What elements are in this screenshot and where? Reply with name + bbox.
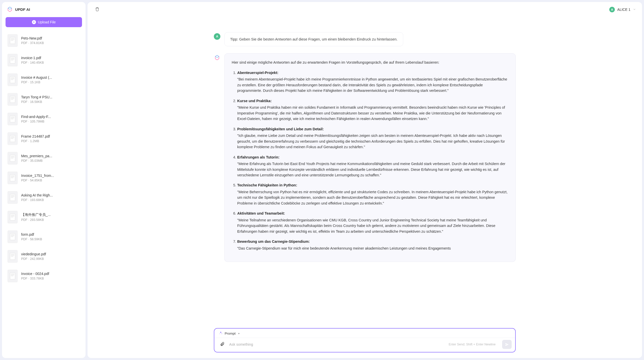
file-meta: PDF · 374.81KB (21, 41, 80, 45)
file-meta: PDF · 193.68KB (21, 198, 80, 202)
ai-avatar (214, 54, 220, 61)
ai-answer-list: Abenteuerspiel-Projekt:"Bei meinem Abent… (232, 70, 508, 251)
file-info: form.pdfPDF · 58.59KB (21, 232, 80, 241)
ai-answer-item: Technische Fähigkeiten in Python:"Meine … (237, 182, 508, 206)
user-message-row: A Tipp: Geben Sie die besten Antworten a… (214, 32, 516, 46)
user-menu[interactable]: A ALICE 1 (609, 7, 636, 12)
input-box: Prompt ▾ Enter Send; Shift + Enter Newli… (214, 328, 516, 352)
sidebar: UPDF AI + Upload File Pets-New.pdfPDF · … (2, 2, 86, 358)
file-name: form.pdf (21, 232, 80, 236)
file-item[interactable]: Asking AI the Righ...PDF · 193.68KB (6, 188, 82, 207)
user-message-bubble: Tipp: Geben Sie die besten Antworten auf… (224, 32, 403, 46)
ai-intro-text: Hier sind einige mögliche Antworten auf … (232, 60, 508, 65)
file-meta: PDF · 16.58KB (21, 100, 80, 104)
file-thumb-icon (8, 172, 18, 184)
app-title: UPDF AI (15, 7, 30, 12)
svg-rect-14 (11, 98, 14, 99)
upload-file-button[interactable]: + Upload File (6, 17, 82, 27)
file-info: Invoice - 0024.pdfPDF · 333.78KB (21, 272, 80, 280)
ai-answer-item: Problemlösungsfähigkeiten und Liebe zum … (237, 126, 508, 150)
file-item[interactable]: form.pdfPDF · 58.59KB (6, 227, 82, 247)
ai-answer-body: "Meine Kurse und Praktika haben mir ein … (237, 105, 505, 121)
file-info: viededingue.pdfPDF · 242.99KB (21, 252, 80, 261)
svg-rect-17 (11, 117, 14, 117)
file-item[interactable]: Taryn Tong # PSU...PDF · 16.58KB (6, 90, 82, 109)
svg-rect-10 (11, 78, 14, 79)
file-item[interactable]: Frame 214487.pdfPDF · 1.2MB (6, 129, 82, 148)
ai-answer-title: Kurse und Praktika: (237, 98, 508, 104)
svg-rect-35 (11, 197, 13, 198)
svg-rect-7 (11, 60, 13, 60)
file-name: Taryn Tong # PSU... (21, 95, 80, 99)
chevron-down-icon (633, 8, 636, 12)
file-thumb-icon (8, 93, 18, 106)
paperclip-icon (220, 342, 225, 346)
ai-answer-title: Technische Fähigkeiten in Python: (237, 182, 508, 188)
svg-rect-27 (11, 158, 13, 158)
file-meta: PDF · 333.78KB (21, 277, 80, 280)
file-item[interactable]: invoice-1.pdfPDF · 140.45KB (6, 50, 82, 70)
file-item[interactable]: Pets-New.pdfPDF · 374.81KB (6, 31, 82, 50)
topbar: A ALICE 1 (88, 2, 642, 17)
svg-rect-34 (11, 196, 14, 197)
svg-rect-11 (11, 79, 13, 80)
file-thumb-icon (8, 250, 18, 263)
conversation: A Tipp: Geben Sie die besten Antworten a… (214, 17, 516, 262)
send-icon (505, 342, 509, 347)
file-thumb-icon (8, 132, 18, 145)
file-name: Invoice # August (... (21, 75, 80, 79)
file-item[interactable]: Invoice # August (...PDF · 15.1KB (6, 70, 82, 90)
ai-answer-body: "Meine Erfahrung als Tutorin bei East En… (237, 162, 505, 177)
delete-button[interactable] (94, 6, 101, 14)
file-item[interactable]: Invoice - 0024.pdfPDF · 333.78KB (6, 266, 82, 286)
file-item[interactable]: 【海外推广专员_...PDF · 293.58KB (6, 207, 82, 227)
file-item[interactable]: Find-and-Apply-F...PDF · 105.79MB (6, 109, 82, 129)
file-item[interactable]: viededingue.pdfPDF · 242.99KB (6, 247, 82, 266)
attach-button[interactable] (219, 341, 226, 348)
app-logo-icon (7, 7, 13, 12)
ai-answer-item: Bewerbung um das Carnegie-Stipendium:"Da… (237, 239, 508, 251)
ai-message-row: Hier sind einige mögliche Antworten auf … (214, 53, 516, 262)
file-name: Invoice - 0024.pdf (21, 272, 80, 276)
file-name: Find-and-Apply-F... (21, 115, 80, 119)
file-info: Taryn Tong # PSU...PDF · 16.58KB (21, 95, 80, 104)
file-info: Mes_premiers_pa...PDF · 35.03MB (21, 154, 80, 163)
file-meta: PDF · 15.1KB (21, 81, 80, 84)
file-name: Mes_premiers_pa... (21, 154, 80, 158)
file-item[interactable]: Mes_premiers_pa...PDF · 35.03MB (6, 148, 82, 168)
prompt-label: Prompt (225, 332, 236, 335)
ai-answer-body: "Meine Beherrschung von Python hat es mi… (237, 190, 507, 205)
send-button[interactable] (502, 340, 512, 349)
input-bottom-row: Enter Send; Shift + Enter Newline (214, 338, 515, 352)
ai-answer-title: Problemlösungsfähigkeiten und Liebe zum … (237, 126, 508, 132)
input-area: Prompt ▾ Enter Send; Shift + Enter Newli… (88, 328, 642, 358)
file-info: invoice-1.pdfPDF · 140.45KB (21, 56, 80, 64)
file-name: viededingue.pdf (21, 252, 80, 256)
file-name: Frame 214487.pdf (21, 134, 80, 138)
file-info: Invoice # August (...PDF · 15.1KB (21, 75, 80, 84)
file-meta: PDF · 140.45KB (21, 61, 80, 64)
file-meta: PDF · 293.58KB (21, 218, 80, 222)
message-input[interactable] (229, 342, 445, 346)
file-info: Frame 214487.pdfPDF · 1.2MB (21, 134, 80, 143)
caret-down-icon: ▾ (238, 332, 239, 335)
ai-answer-title: Erfahrungen als Tutorin: (237, 154, 508, 160)
svg-rect-22 (11, 137, 14, 138)
svg-rect-47 (11, 256, 13, 257)
svg-rect-18 (11, 118, 14, 118)
ai-answer-item: Erfahrungen als Tutorin:"Meine Erfahrung… (237, 154, 508, 178)
conversation-scroll[interactable]: A Tipp: Geben Sie die besten Antworten a… (88, 17, 642, 328)
svg-rect-23 (11, 138, 13, 139)
ai-answer-body: "Das Carnegie-Stipendium war für mich ei… (237, 246, 451, 250)
file-item[interactable]: Invoice_1751_from...PDF · 54.85KB (6, 168, 82, 188)
file-name: Pets-New.pdf (21, 36, 80, 40)
file-name: 【海外推广专员_... (21, 213, 80, 217)
svg-rect-19 (11, 119, 13, 119)
svg-rect-33 (11, 195, 14, 196)
prompt-selector[interactable]: Prompt ▾ (214, 329, 515, 338)
ai-answer-body: "Bei meinem Abenteuerspiel-Projekt habe … (237, 77, 507, 93)
file-name: invoice-1.pdf (21, 56, 80, 60)
svg-rect-30 (11, 177, 14, 177)
file-info: Pets-New.pdfPDF · 374.81KB (21, 36, 80, 45)
svg-rect-26 (11, 157, 14, 157)
